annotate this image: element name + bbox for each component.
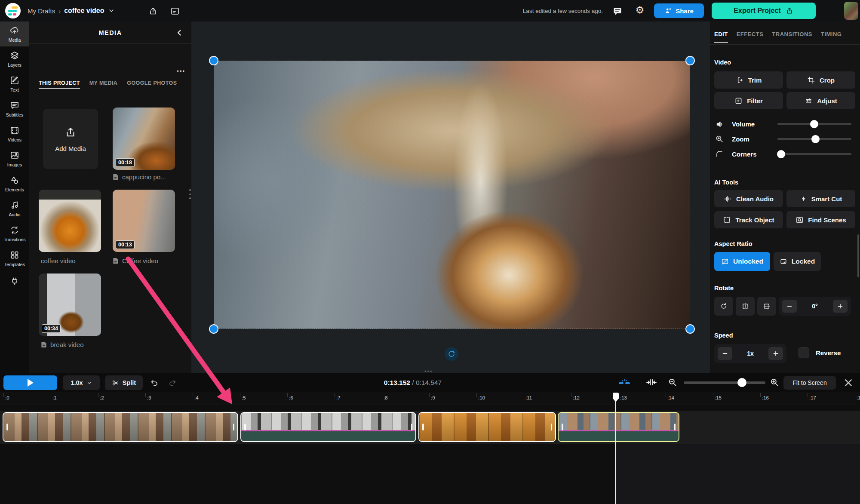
volume-slider[interactable] (777, 123, 851, 125)
selection-handle-bottom-right[interactable] (685, 324, 695, 334)
comments-icon[interactable] (612, 6, 623, 16)
sidebar-item-plugins[interactable] (0, 271, 29, 292)
flip-horizontal-button[interactable] (736, 297, 755, 316)
timeline-ruler[interactable]: :0:1:2:3:4:5:6:7:8:9:10:11:12:13:14:15:1… (0, 392, 860, 405)
redo-button[interactable] (168, 378, 177, 387)
timeline-zoom-knob[interactable] (737, 378, 746, 387)
sidebar-item-text[interactable]: Text (0, 71, 29, 96)
volume-slider-knob[interactable] (810, 120, 818, 128)
timeline-clip-1[interactable] (3, 412, 238, 442)
sidebar-item-videos[interactable]: Videos (0, 121, 29, 146)
media-overflow-menu-icon[interactable]: ••• (177, 68, 185, 74)
sidebar-item-layers[interactable]: Layers (0, 46, 29, 71)
export-project-button[interactable]: Export Project (712, 3, 816, 19)
sidebar-item-images[interactable]: Images (0, 146, 29, 171)
playback-rate-dropdown[interactable]: 1.0x (63, 375, 100, 390)
media-item-coffee-video-2[interactable]: 00:13 (113, 190, 175, 252)
sidebar-item-media[interactable]: Media (0, 22, 29, 46)
tab-effects[interactable]: EFFECTS (737, 31, 764, 43)
media-item-break-video[interactable]: 00:34 (39, 274, 101, 336)
volume-row: Volume (714, 119, 856, 130)
reverse-checkbox[interactable] (799, 347, 809, 358)
project-title[interactable]: coffee video (64, 7, 104, 15)
tab-my-media[interactable]: MY MEDIA (89, 80, 117, 89)
sidebar-item-templates[interactable]: Templates (0, 246, 29, 271)
playhead-line[interactable] (615, 393, 616, 504)
trim-handle-left[interactable] (244, 424, 246, 430)
play-button[interactable] (3, 375, 57, 390)
flip-vertical-button[interactable] (757, 297, 776, 316)
breadcrumb-root[interactable]: My Drafts (28, 7, 55, 15)
split-button[interactable]: Split (105, 375, 143, 390)
snap-toggle-icon[interactable] (618, 379, 630, 388)
rotate-minus-button[interactable] (782, 300, 797, 313)
selection-handle-top-left[interactable] (209, 56, 218, 65)
tab-this-project[interactable]: THIS PROJECT (39, 80, 80, 89)
sidebar-item-subtitles[interactable]: Subtitles (0, 96, 29, 121)
speed-minus-button[interactable] (718, 347, 732, 360)
corners-slider[interactable] (777, 153, 851, 155)
sidebar-item-audio[interactable]: Audio (0, 196, 29, 221)
tab-edit[interactable]: EDIT (714, 31, 728, 43)
right-panel-tabs: EDIT EFFECTS TRANSITIONS TIMING (714, 31, 856, 43)
aspect-locked-button[interactable]: Locked (774, 252, 821, 271)
media-item-cappucino[interactable]: 00:18 (113, 108, 175, 170)
trim-handle-left[interactable] (562, 424, 563, 430)
trim-handle-right[interactable] (674, 424, 676, 430)
timeline-clip-2[interactable] (240, 412, 416, 442)
undo-button[interactable] (150, 378, 159, 387)
share-button[interactable]: Share (654, 3, 704, 18)
sidebar-item-transitions[interactable]: Transitions (0, 221, 29, 246)
zoom-slider-knob[interactable] (811, 135, 820, 143)
selection-handle-bottom-left[interactable] (209, 324, 218, 334)
trim-to-fit-icon[interactable] (646, 378, 657, 387)
panel-resize-handle[interactable] (189, 189, 191, 202)
trim-handle-right[interactable] (551, 424, 553, 430)
timeline-clip-3[interactable] (418, 412, 556, 442)
tab-timing[interactable]: TIMING (821, 31, 842, 43)
user-avatar[interactable] (844, 2, 858, 20)
fit-to-screen-button[interactable]: Fit to Screen (783, 376, 836, 390)
sidebar-item-elements[interactable]: Elements (0, 171, 29, 196)
filter-button[interactable]: Filter (714, 92, 783, 109)
add-media-button[interactable]: Add Media (43, 109, 98, 169)
track-object-button[interactable]: Track Object (714, 211, 783, 228)
settings-gear-icon[interactable]: ⚙ (635, 5, 645, 15)
find-scenes-button[interactable]: Find Scenes (786, 211, 855, 228)
kapwing-logo-icon[interactable] (5, 3, 21, 18)
sidebar-label: Templates (4, 262, 25, 267)
panel-scrollbar[interactable] (857, 234, 859, 277)
tab-google-photos[interactable]: GOOGLE PHOTOS (127, 80, 177, 89)
tab-transitions[interactable]: TRANSITIONS (772, 31, 812, 43)
notes-panel-icon[interactable] (170, 6, 180, 16)
timeline-zoom-slider[interactable] (684, 381, 765, 384)
aspect-unlocked-button[interactable]: Unlocked (714, 252, 770, 271)
zoom-out-icon[interactable] (668, 378, 677, 387)
rotate-angle-value: 0° (812, 303, 817, 310)
rotate-90-button[interactable] (714, 297, 733, 316)
rotate-plus-button[interactable] (833, 300, 848, 313)
collapse-panel-icon[interactable] (175, 28, 184, 37)
corners-slider-knob[interactable] (777, 150, 785, 158)
trim-handle-right[interactable] (411, 424, 413, 430)
chevron-down-icon[interactable] (108, 7, 115, 14)
zoom-in-icon[interactable] (770, 378, 779, 387)
trim-button[interactable]: Trim (714, 71, 783, 89)
image-icon (9, 150, 20, 160)
trim-handle-left[interactable] (6, 424, 8, 430)
crop-button[interactable]: Crop (786, 71, 855, 89)
media-item-coffee-video[interactable] (39, 190, 101, 252)
smart-cut-button[interactable]: Smart Cut (786, 190, 855, 207)
timeline-clip-4-selected[interactable] (558, 412, 679, 442)
close-timeline-icon[interactable] (844, 378, 853, 387)
upload-icon[interactable] (148, 6, 158, 16)
video-preview[interactable] (214, 61, 690, 329)
selection-handle-top-right[interactable] (685, 56, 695, 65)
clean-audio-button[interactable]: Clean Audio (714, 190, 783, 207)
speed-plus-button[interactable] (768, 347, 783, 360)
adjust-button[interactable]: Adjust (786, 92, 855, 109)
trim-handle-left[interactable] (422, 424, 424, 430)
zoom-slider[interactable] (777, 138, 851, 140)
trim-handle-right[interactable] (233, 424, 235, 430)
rotate-handle[interactable] (445, 347, 458, 361)
